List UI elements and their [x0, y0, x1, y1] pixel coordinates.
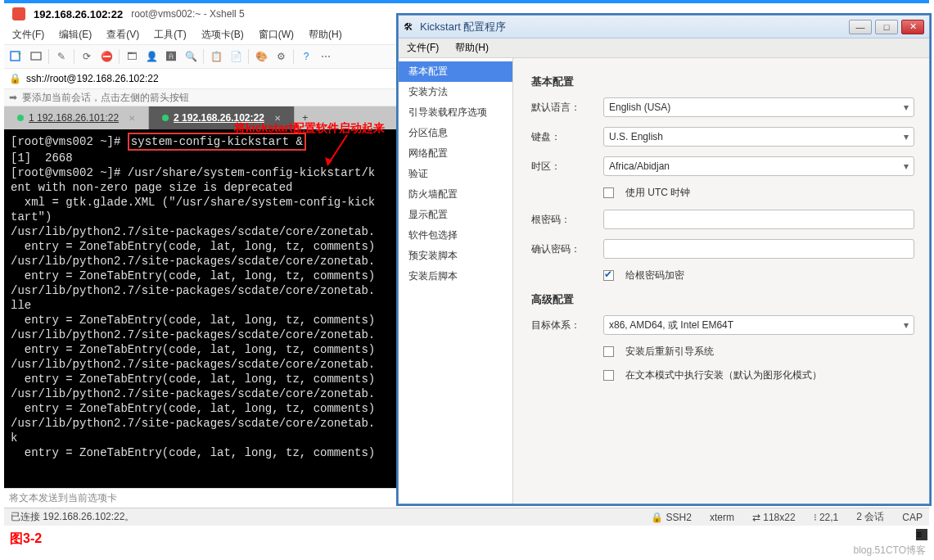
lang-select[interactable]: English (USA)	[603, 97, 914, 117]
utc-label: 使用 UTC 时钟	[625, 186, 690, 200]
textmode-label: 在文本模式中执行安装（默认为图形化模式）	[625, 368, 822, 382]
toolbar-separator	[119, 49, 120, 64]
new-tab-button[interactable]: +	[295, 106, 316, 129]
sidebar-item-packages[interactable]: 软件包选择	[399, 225, 512, 246]
status-bar: 已连接 192.168.26.102:22。 🔒 SSH2 xterm ⇄ 11…	[4, 508, 929, 526]
kickstart-window: 🛠 Kickstart 配置程序 — □ ✕ 文件(F) 帮助(H) 基本配置 …	[398, 15, 930, 504]
confirm-password-input[interactable]	[603, 239, 914, 259]
row-keyboard: 键盘： U.S. English	[531, 127, 914, 147]
sidebar-item-network[interactable]: 网络配置	[399, 143, 512, 164]
sidebar-item-display[interactable]: 显示配置	[399, 205, 512, 225]
reboot-label: 安装后重新引导系统	[625, 345, 714, 359]
help-icon[interactable]: ?	[299, 49, 314, 64]
arch-value: x86, AMD64, 或 Intel EM64T	[609, 318, 733, 332]
status-sessions: 2 会话	[856, 510, 884, 524]
reconnect-icon[interactable]: ⟳	[79, 49, 94, 64]
hint-text: 要添加当前会话，点击左侧的箭头按钮	[22, 91, 189, 105]
svg-rect-2	[31, 52, 41, 60]
ks-menu-file[interactable]: 文件(F)	[407, 41, 439, 55]
status-dot-icon	[162, 115, 169, 121]
status-size-val: 118x22	[763, 512, 795, 523]
paste-icon[interactable]: 📄	[228, 49, 243, 64]
close-tab-icon[interactable]: ✕	[274, 114, 281, 123]
ks-menu-help[interactable]: 帮助(H)	[455, 41, 489, 55]
encrypt-label: 给根密码加密	[625, 269, 684, 282]
send-hint: 将文本发送到当前选项卡	[9, 491, 117, 505]
status-ssh: SSH2	[666, 512, 692, 523]
row-confirmpw: 确认密码：	[531, 239, 914, 259]
ks-body: 基本配置 安装方法 引导装载程序选项 分区信息 网络配置 验证 防火墙配置 显示…	[399, 58, 929, 504]
disconnect-icon[interactable]: ⛔	[99, 49, 114, 64]
ks-titlebar: 🛠 Kickstart 配置程序 — □ ✕	[399, 16, 929, 38]
textmode-checkbox[interactable]	[603, 370, 614, 381]
status-term: xterm	[710, 512, 734, 523]
encrypt-checkbox[interactable]	[603, 270, 614, 281]
menu-tab[interactable]: 选项卡(B)	[201, 28, 244, 42]
root-password-input[interactable]	[603, 210, 914, 229]
copy-icon[interactable]: 📋	[209, 49, 223, 64]
properties-icon[interactable]: 🗔	[124, 49, 139, 64]
compose-icon[interactable]: ✎	[54, 49, 69, 64]
status-connection: 已连接 192.168.26.102:22。	[11, 510, 134, 524]
menu-help[interactable]: 帮助(H)	[309, 28, 342, 42]
font-icon[interactable]: 🅰	[164, 49, 178, 64]
reboot-checkbox[interactable]	[603, 346, 614, 357]
sidebar-item-bootloader[interactable]: 引导装载程序选项	[399, 102, 512, 123]
row-timezone: 时区： Africa/Abidjan	[531, 156, 914, 176]
terminal-text: [1] 2668 [root@vms002 ~]# /usr/share/sys…	[11, 151, 375, 459]
session-tab-2[interactable]: 2 192.168.26.102:22 ✕	[149, 106, 295, 129]
find-icon[interactable]: 🔍	[183, 49, 198, 64]
row-rootpw: 根密码：	[531, 210, 914, 229]
menu-file[interactable]: 文件(F)	[12, 28, 44, 42]
adv-heading: 高级配置	[531, 292, 914, 307]
toolbar-separator	[248, 49, 249, 64]
sidebar-item-basic[interactable]: 基本配置	[399, 61, 512, 82]
open-tab-icon[interactable]	[29, 49, 43, 64]
settings-icon[interactable]: ⚙	[273, 49, 288, 64]
xshell-subtitle: root@vms002:~ - Xshell 5	[131, 8, 245, 20]
basic-heading: 基本配置	[531, 75, 914, 89]
arch-select[interactable]: x86, AMD64, 或 Intel EM64T	[603, 315, 914, 335]
maximize-button[interactable]: □	[875, 20, 898, 34]
sidebar-item-partition[interactable]: 分区信息	[399, 123, 512, 143]
xshell-title: 192.168.26.102:22	[34, 8, 123, 20]
tz-select[interactable]: Africa/Abidjan	[603, 156, 914, 176]
profile-icon[interactable]: 👤	[144, 49, 159, 64]
status-right-group: 🔒 SSH2 xterm ⇄ 118x22 ⁝ 22,1 2 会话 CAP	[651, 510, 923, 524]
add-session-arrow-icon[interactable]: ➡	[9, 92, 17, 103]
menu-burger-icon[interactable]: ≡	[916, 529, 927, 540]
menu-view[interactable]: 查看(V)	[106, 28, 139, 42]
lock-icon: 🔒	[9, 73, 21, 84]
sidebar-item-auth[interactable]: 验证	[399, 164, 512, 184]
row-textmode: 在文本模式中执行安装（默认为图形化模式）	[603, 368, 914, 382]
more-icon[interactable]: ⋯	[318, 49, 333, 64]
status-pos: ⁝ 22,1	[814, 512, 839, 523]
tz-value: Africa/Abidjan	[609, 160, 670, 172]
session-tab-1[interactable]: 1 192.168.26.101:22 ✕	[4, 106, 149, 129]
utc-checkbox[interactable]	[603, 187, 614, 198]
close-tab-icon[interactable]: ✕	[129, 114, 135, 123]
sidebar-item-install-method[interactable]: 安装方法	[399, 82, 512, 102]
arch-label: 目标体系：	[531, 318, 597, 332]
color-icon[interactable]: 🎨	[254, 49, 268, 64]
new-session-icon[interactable]: +	[9, 49, 24, 64]
row-encrypt: 给根密码加密	[603, 269, 914, 282]
sidebar-item-prescript[interactable]: 预安装脚本	[399, 246, 512, 266]
kb-select[interactable]: U.S. English	[603, 127, 914, 147]
tab-label: 1 192.168.26.101:22	[29, 112, 119, 124]
status-lock-icon: 🔒 SSH2	[651, 512, 692, 523]
menu-edit[interactable]: 编辑(E)	[59, 28, 92, 42]
minimize-button[interactable]: —	[849, 20, 872, 34]
menu-tools[interactable]: 工具(T)	[154, 28, 186, 42]
row-arch: 目标体系： x86, AMD64, 或 Intel EM64T	[531, 315, 914, 335]
toolbar-separator	[293, 49, 294, 64]
sidebar-item-postscript[interactable]: 安装后脚本	[399, 266, 512, 287]
root-label: 根密码：	[531, 213, 597, 227]
sidebar-item-firewall[interactable]: 防火墙配置	[399, 184, 512, 205]
menu-window[interactable]: 窗口(W)	[259, 28, 294, 42]
address-text[interactable]: ssh://root@192.168.26.102:22	[26, 73, 159, 84]
ks-title: Kickstart 配置程序	[420, 20, 506, 34]
close-button[interactable]: ✕	[901, 20, 924, 34]
ks-app-icon: 🛠	[404, 21, 413, 33]
status-pos-val: 22,1	[819, 512, 838, 523]
